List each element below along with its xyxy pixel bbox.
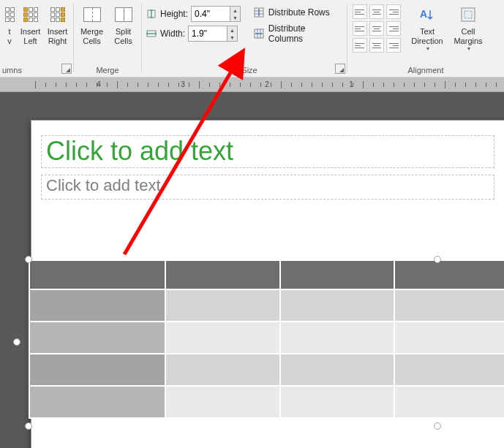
ruler-label: 2 [265, 80, 269, 88]
height-input[interactable] [192, 7, 230, 21]
svg-text:A: A [420, 8, 427, 20]
group-label-columns: umns [2, 64, 71, 77]
text-direction-icon: A [417, 4, 437, 25]
editor-area: 4 3 2 1 Click to add text Click to add t… [0, 77, 504, 448]
cell-margins-icon [458, 4, 478, 25]
insert-left-label: Insert Left [20, 27, 41, 46]
height-spin-up[interactable]: ▲ [230, 7, 240, 14]
slide-canvas[interactable]: Click to add text Click to add text [31, 120, 504, 448]
table-row[interactable] [29, 354, 504, 386]
width-label: Width: [160, 29, 185, 39]
title-placeholder[interactable]: Click to add text [41, 135, 494, 168]
insert-left-button[interactable]: Insert Left [17, 3, 44, 58]
insert-right-button[interactable]: Insert Right [44, 3, 71, 58]
svg-rect-9 [462, 8, 475, 21]
text-direction-button[interactable]: A Text Direction▼ [407, 3, 448, 58]
group-cell-size: Height: ▲ ▼ Width: [142, 0, 347, 77]
horizontal-ruler[interactable]: 4 3 2 1 [0, 77, 504, 92]
height-label: Height: [160, 9, 188, 19]
align-top-right[interactable] [386, 4, 401, 19]
align-bottom-right[interactable] [386, 38, 401, 53]
distribute-columns-button[interactable]: Distribute Columns [252, 23, 343, 45]
insert-left-icon [20, 4, 41, 25]
align-middle-right[interactable] [386, 21, 401, 36]
group-rows-columns: t v Insert Left [0, 0, 73, 77]
selection-handle[interactable] [434, 422, 441, 430]
distribute-rows-icon [253, 7, 265, 18]
ruler-label: 4 [97, 80, 101, 88]
subtitle-placeholder[interactable]: Click to add text [41, 175, 494, 200]
insert-v-button[interactable]: t v [2, 3, 17, 58]
insert-right-label: Insert Right [48, 27, 68, 46]
chevron-down-icon: ▼ [467, 46, 472, 52]
table-header-row[interactable] [29, 260, 504, 289]
distribute-rows-button[interactable]: Distribute Rows [252, 6, 343, 19]
insert-v-label: t v [7, 27, 12, 46]
text-direction-label: Text Direction [411, 27, 443, 46]
width-icon [146, 29, 157, 39]
group-alignment: A Text Direction▼ Cell Margins▼ Alignmen… [347, 0, 504, 77]
split-cells-icon [113, 4, 134, 25]
width-spin-down[interactable]: ▼ [227, 34, 237, 41]
merge-cells-button[interactable]: Merge Cells [76, 3, 108, 58]
distribute-rows-label: Distribute Rows [268, 7, 330, 18]
split-cells-label: Split Cells [114, 27, 132, 46]
rows-columns-launcher[interactable] [61, 64, 72, 74]
split-cells-button[interactable]: Split Cells [108, 3, 139, 58]
selection-handle[interactable] [25, 422, 32, 430]
insert-right-icon [48, 4, 68, 25]
height-spin-down[interactable]: ▼ [230, 14, 240, 21]
cell-margins-label: Cell Margins [454, 27, 482, 46]
align-top-left[interactable] [353, 4, 367, 19]
width-spinner[interactable]: ▲ ▼ [188, 26, 238, 42]
align-bottom-center[interactable] [369, 38, 384, 53]
svg-rect-10 [464, 11, 472, 18]
width-input[interactable] [189, 26, 227, 41]
chevron-down-icon: ▼ [426, 46, 431, 52]
ribbon: t v Insert Left [0, 0, 504, 77]
table-row[interactable] [29, 386, 504, 418]
align-middle-left[interactable] [353, 21, 367, 36]
table-row[interactable] [29, 289, 504, 322]
selection-handle[interactable] [13, 338, 20, 346]
table-row[interactable] [29, 322, 504, 354]
height-icon [146, 9, 157, 19]
align-bottom-left[interactable] [353, 38, 367, 53]
width-spin-up[interactable]: ▲ [227, 26, 237, 34]
height-spinner[interactable]: ▲ ▼ [191, 6, 241, 22]
group-label-cellsize: ell Size [144, 64, 345, 77]
ruler-label: 3 [181, 80, 185, 88]
align-middle-center[interactable] [369, 21, 384, 36]
slide-table[interactable] [29, 259, 504, 419]
alignment-grid [350, 3, 404, 54]
distribute-columns-icon [253, 28, 265, 39]
group-merge: Merge Cells Split Cells Merge [74, 0, 141, 77]
selection-handle[interactable] [434, 256, 441, 263]
merge-cells-label: Merge Cells [80, 27, 103, 46]
merge-cells-icon [82, 4, 102, 25]
cell-margins-button[interactable]: Cell Margins▼ [448, 3, 489, 58]
distribute-columns-label: Distribute Columns [268, 23, 342, 44]
selection-handle[interactable] [25, 256, 32, 263]
group-label-merge: Merge [76, 64, 139, 77]
align-top-center[interactable] [369, 4, 384, 19]
group-label-alignment: Alignment [350, 64, 502, 77]
cell-size-launcher[interactable] [335, 64, 345, 74]
